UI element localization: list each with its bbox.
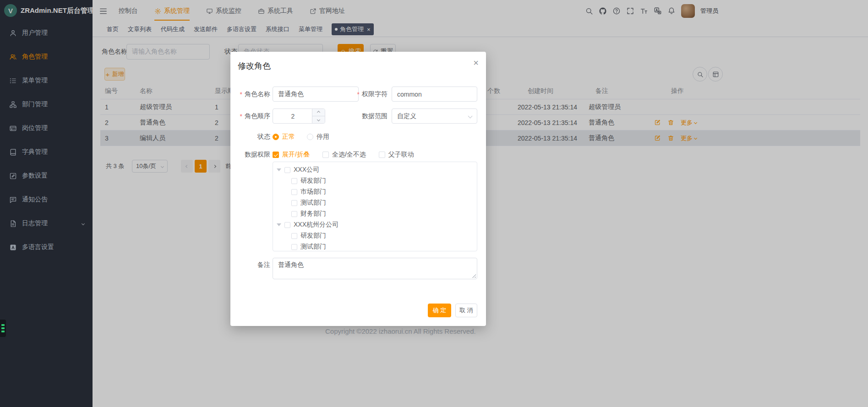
increment-button[interactable]	[312, 109, 325, 116]
checkbox-label: 展开/折叠	[282, 151, 310, 159]
required-asterisk: *	[240, 113, 242, 120]
caret-down-icon[interactable]	[277, 168, 281, 171]
chevron-down-icon	[468, 114, 473, 119]
select-all-checkbox[interactable]: 全选/全不选	[322, 151, 366, 159]
data-scope-label: 数据范围	[337, 109, 388, 124]
cancel-button[interactable]: 取 消	[455, 304, 477, 317]
tree-checkbox[interactable]	[284, 167, 290, 173]
checkbox-label: 父子联动	[388, 151, 414, 159]
checkbox-unchecked-icon	[379, 152, 385, 158]
dialog-order-stepper[interactable]: 2	[273, 109, 325, 124]
tree-node-label: 研发部门	[300, 232, 326, 240]
tree-node-label: 市场部门	[300, 188, 326, 196]
data-perms-label: 数据权限	[230, 150, 270, 159]
tree-node[interactable]: 研发部门	[273, 175, 477, 186]
dialog-close-icon[interactable]: ×	[473, 58, 479, 67]
permission-tree: XXX公司 研发部门 市场部门 测试部门 财务部门 XXX杭州分公司	[273, 162, 477, 251]
tree-node[interactable]: 市场部门	[273, 186, 477, 197]
remark-value: 普通角色	[278, 261, 304, 268]
radio-label: 正常	[282, 133, 295, 141]
required-asterisk: *	[357, 91, 360, 98]
tree-checkbox[interactable]	[291, 200, 297, 206]
checkbox-label: 全选/全不选	[332, 151, 366, 159]
checkbox-unchecked-icon	[322, 152, 329, 158]
tree-node-label: 研发部门	[300, 177, 326, 185]
order-value: 2	[273, 109, 313, 123]
tree-node[interactable]: 财务部门	[273, 208, 477, 219]
perm-char-label: *权限字符	[337, 87, 388, 102]
required-asterisk: *	[240, 91, 242, 98]
checkbox-checked-icon	[273, 152, 279, 158]
devtools-badge[interactable]	[0, 320, 6, 337]
tree-node[interactable]: 测试部门	[273, 197, 477, 208]
perm-value: common	[397, 91, 422, 98]
parent-child-link-checkbox[interactable]: 父子联动	[379, 151, 414, 159]
tree-node[interactable]: XXX公司	[273, 164, 477, 175]
status-label: 状态	[230, 132, 270, 141]
tree-node-label: XXX公司	[294, 166, 319, 174]
radio-checked-icon	[273, 134, 279, 140]
confirm-button[interactable]: 确 定	[428, 304, 451, 317]
scope-value: 自定义	[397, 112, 416, 120]
tree-checkbox[interactable]	[291, 233, 297, 239]
radio-unchecked-icon	[307, 134, 313, 140]
caret-down-icon[interactable]	[277, 223, 281, 226]
dialog-remark-textarea[interactable]: 普通角色	[273, 258, 477, 279]
radio-label: 停用	[317, 133, 329, 141]
tree-checkbox[interactable]	[291, 211, 297, 217]
edit-role-dialog: 修改角色 × *角色名称 普通角色 *权限字符 common *角色顺序 2 数…	[230, 52, 486, 326]
tree-node-label: XXX杭州分公司	[294, 221, 338, 229]
status-radio-disabled[interactable]: 停用	[307, 133, 329, 141]
tree-node-label: 测试部门	[300, 199, 326, 207]
decrement-button[interactable]	[312, 116, 325, 123]
expand-collapse-checkbox[interactable]: 展开/折叠	[273, 151, 310, 159]
tree-checkbox[interactable]	[291, 189, 297, 195]
tree-node[interactable]: 测试部门	[273, 241, 477, 251]
dialog-perm-input[interactable]: common	[392, 87, 477, 102]
remark-label: 备注	[230, 260, 270, 270]
role-name-label: *角色名称	[230, 87, 270, 102]
tree-node[interactable]: XXX杭州分公司	[273, 219, 477, 230]
role-order-label: *角色顺序	[230, 109, 270, 124]
dialog-scope-select[interactable]: 自定义	[392, 109, 477, 124]
tree-checkbox[interactable]	[291, 244, 297, 250]
tree-checkbox[interactable]	[284, 222, 290, 228]
tree-node-label: 财务部门	[300, 210, 326, 218]
role-name-value: 普通角色	[278, 90, 304, 98]
tree-checkbox[interactable]	[291, 178, 297, 184]
status-radio-normal[interactable]: 正常	[273, 133, 295, 141]
tree-node[interactable]: 研发部门	[273, 230, 477, 241]
tree-node-label: 测试部门	[300, 243, 326, 251]
dialog-title: 修改角色	[238, 60, 271, 71]
app-root: V ZRAdmin.NET后台管理 用户管理 角色管理 菜单管理 部门管理 岗位…	[0, 0, 868, 407]
